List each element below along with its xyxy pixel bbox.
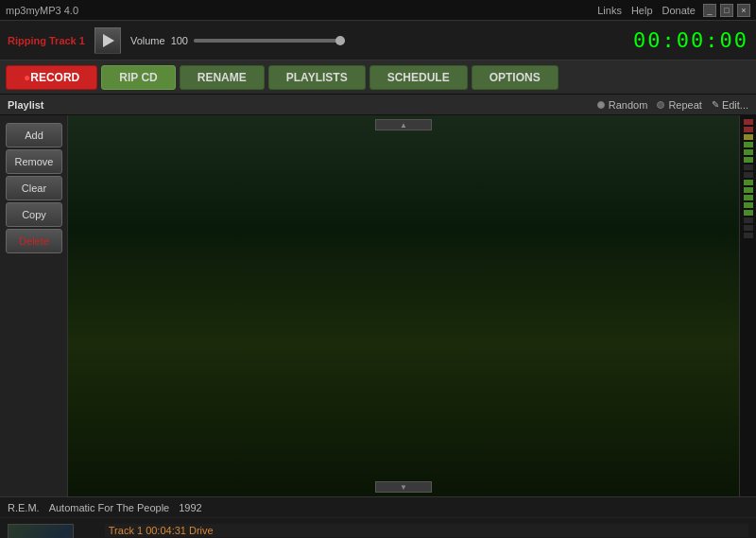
tab-playlists[interactable]: PLAYLISTS — [268, 65, 366, 90]
vu-bar-5 — [744, 149, 753, 155]
tab-options[interactable]: OPTIONS — [472, 65, 558, 90]
vu-bar-4 — [744, 142, 753, 148]
vu-meter — [739, 115, 756, 496]
vu-bar-10 — [744, 187, 753, 193]
links-link[interactable]: Links — [597, 5, 622, 16]
volume-knob — [335, 36, 345, 45]
scroll-down-button[interactable]: ▼ — [375, 481, 432, 493]
remove-button[interactable]: Remove — [6, 149, 62, 174]
delete-button[interactable]: Delete — [6, 229, 62, 253]
vu-bar-1 — [744, 119, 753, 125]
top-bar: Ripping Track 1 Volume 100 00:00:00 — [0, 21, 756, 61]
scroll-up-button[interactable]: ▲ — [375, 119, 432, 130]
vu-bar-13 — [744, 210, 753, 216]
title-bar: mp3myMP3 4.0 Links Help Donate _ □ × — [0, 0, 756, 21]
background-image — [68, 115, 739, 496]
vu-bar-8 — [744, 172, 753, 178]
album-info: R.E.M. Automatic For The People 1992 — [0, 497, 756, 518]
tab-schedule[interactable]: SCHEDULE — [369, 65, 468, 90]
vu-bar-14 — [744, 217, 753, 223]
app-title: mp3myMP3 4.0 — [6, 5, 78, 16]
vu-bar-3 — [744, 134, 753, 140]
title-bar-links: Links Help Donate — [597, 5, 696, 16]
main-content: Add Remove Clear Copy Delete ▲ ▼ — [0, 115, 756, 496]
vu-bar-15 — [744, 225, 753, 231]
vu-bar-6 — [744, 157, 753, 163]
random-option[interactable]: Random — [597, 99, 648, 111]
tracks-list: Track 1 00:04:31 DriveTrack 2 00:03:50 T… — [105, 524, 748, 538]
nav-tabs: RECORD RIP CD RENAME PLAYLISTS SCHEDULE … — [0, 61, 756, 95]
vu-bar-11 — [744, 195, 753, 200]
tab-rip-cd[interactable]: RIP CD — [101, 65, 175, 90]
album-art-section: AUTOMATIC FOR THE PEOPLE R.E.M. Number o… — [0, 518, 756, 538]
playlist-label: Playlist — [8, 99, 44, 111]
close-button[interactable]: × — [737, 4, 750, 17]
play-button[interactable] — [94, 27, 121, 54]
album-year: 1992 — [179, 502, 201, 513]
timer-display: 00:00:00 — [633, 28, 748, 52]
minimize-button[interactable]: _ — [703, 4, 716, 17]
volume-label: Volume — [130, 35, 165, 46]
copy-button[interactable]: Copy — [6, 202, 62, 227]
options-row: Playlist Random Repeat ✎ Edit... — [0, 95, 756, 115]
tab-rename[interactable]: RENAME — [180, 65, 265, 90]
vu-bar-2 — [744, 127, 753, 132]
album-art: AUTOMATIC FOR THE PEOPLE R.E.M. — [8, 524, 74, 538]
vu-bar-9 — [744, 180, 753, 185]
window-controls: _ □ × — [703, 4, 750, 17]
vu-bar-7 — [744, 165, 753, 170]
edit-label: Edit... — [722, 99, 748, 111]
volume-section: Volume 100 — [130, 35, 345, 46]
repeat-option[interactable]: Repeat — [657, 99, 701, 111]
clear-button[interactable]: Clear — [6, 176, 62, 200]
album-title: Automatic For The People — [49, 502, 170, 513]
ripping-status: Ripping Track 1 — [8, 35, 85, 46]
random-label: Random — [609, 99, 648, 111]
volume-slider[interactable] — [194, 39, 345, 43]
album-artist: R.E.M. — [8, 502, 40, 513]
volume-value: 100 — [171, 35, 188, 46]
tab-record[interactable]: RECORD — [6, 65, 97, 90]
add-button[interactable]: Add — [6, 123, 62, 148]
vu-bar-16 — [744, 233, 753, 238]
edit-button[interactable]: ✎ Edit... — [712, 99, 748, 111]
help-link[interactable]: Help — [631, 5, 653, 16]
edit-icon: ✎ — [712, 99, 719, 110]
center-panel: ▲ ▼ — [68, 115, 739, 496]
maximize-button[interactable]: □ — [720, 4, 733, 17]
info-panel: R.E.M. Automatic For The People 1992 AUT… — [0, 496, 756, 538]
repeat-dot — [657, 101, 664, 109]
random-dot — [597, 101, 605, 109]
vu-bar-12 — [744, 202, 753, 208]
track-item[interactable]: Track 1 00:04:31 Drive — [105, 524, 748, 537]
sidebar: Add Remove Clear Copy Delete — [0, 115, 68, 496]
repeat-label: Repeat — [668, 99, 701, 111]
play-icon — [103, 34, 114, 47]
donate-link[interactable]: Donate — [662, 5, 696, 16]
volume-fill — [194, 39, 345, 43]
